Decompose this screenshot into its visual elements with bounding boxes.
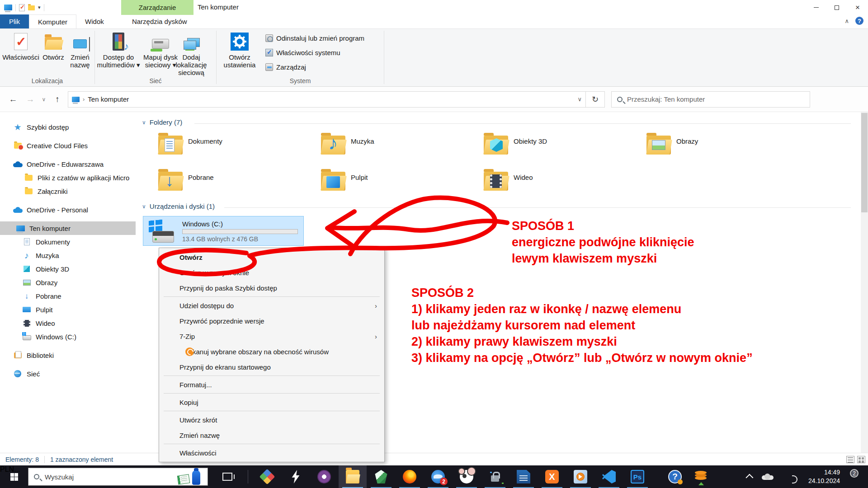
taskbar-search[interactable] bbox=[28, 468, 208, 486]
tab-view[interactable]: Widok bbox=[76, 14, 113, 28]
collapse-ribbon-icon[interactable]: ∧ bbox=[844, 18, 849, 24]
sidebar-item-windows-c[interactable]: Windows (C:) bbox=[0, 330, 136, 343]
icons-view-button[interactable] bbox=[857, 456, 865, 463]
maximize-button[interactable] bbox=[826, 0, 847, 15]
taskbar-app-vscode[interactable] bbox=[595, 465, 623, 488]
minimize-button[interactable] bbox=[806, 0, 826, 15]
folder-tile-downloads[interactable]: ↓ Pobrane bbox=[158, 172, 307, 191]
taskbar-app-gem[interactable] bbox=[367, 465, 395, 488]
drive-tile-windows-c[interactable]: Windows (C:) 13.4 GB wolnych z 476 GB bbox=[143, 216, 304, 246]
menu-item-format[interactable]: Formatuj... bbox=[159, 377, 384, 392]
new-folder-qat-icon[interactable] bbox=[28, 5, 35, 10]
folder-tile-videos[interactable]: Wideo bbox=[484, 172, 633, 191]
menu-item-7zip[interactable]: 7-Zip› bbox=[159, 328, 384, 344]
taskbar-app-firefox[interactable] bbox=[396, 465, 424, 488]
sidebar-item-libraries[interactable]: Biblioteki bbox=[0, 348, 136, 362]
taskbar-clock[interactable]: 14:49 24.10.2024 bbox=[797, 468, 840, 485]
sidebar-item-desktop[interactable]: Pulpit bbox=[0, 303, 136, 316]
refresh-button[interactable]: ↻ bbox=[586, 91, 605, 108]
taskbar-app-tor[interactable] bbox=[310, 465, 338, 488]
folder-tile-documents[interactable]: Dokumenty bbox=[158, 136, 307, 155]
menu-item-pin-quick-access[interactable]: Przypnij do paska Szybki dostęp bbox=[159, 280, 384, 296]
manage-button[interactable]: Zarządzaj bbox=[265, 61, 306, 72]
sidebar-item-quick-access[interactable]: ★Szybki dostęp bbox=[0, 120, 136, 134]
task-view-button[interactable] bbox=[213, 465, 241, 488]
folder-tile-music[interactable]: ♪ Muzyka bbox=[321, 136, 470, 155]
taskbar-app-libreoffice[interactable] bbox=[509, 465, 538, 488]
sidebar-item-pictures[interactable]: Obrazy bbox=[0, 276, 136, 289]
collapse-section-icon[interactable]: ∨ bbox=[142, 203, 146, 210]
uninstall-button[interactable]: Odinstaluj lub zmień program bbox=[265, 33, 364, 43]
tray-onedrive[interactable] bbox=[758, 465, 778, 488]
menu-item-give-access[interactable]: Udziel dostępu do› bbox=[159, 298, 384, 313]
taskbar-app-thunderbird[interactable]: 2 bbox=[424, 465, 452, 488]
tab-drive-tools[interactable]: Narzędzia dysków bbox=[123, 14, 196, 28]
sidebar-item-network[interactable]: Sieć bbox=[0, 367, 136, 380]
close-button[interactable]: × bbox=[847, 0, 868, 15]
sidebar-item-creative-cloud[interactable]: Creative Cloud Files bbox=[0, 139, 136, 152]
menu-item-properties[interactable]: Właściwości bbox=[159, 445, 384, 460]
properties-qat-icon[interactable] bbox=[19, 4, 25, 11]
menu-item-copy[interactable]: Kopiuj bbox=[159, 394, 384, 410]
taskbar-search-input[interactable] bbox=[45, 473, 171, 481]
help-icon[interactable]: ? bbox=[855, 17, 863, 25]
back-button[interactable]: ← bbox=[5, 91, 22, 108]
forward-button[interactable]: → bbox=[22, 91, 39, 108]
rename-button[interactable]: Zmień nazwę bbox=[67, 32, 93, 69]
address-dropdown-icon[interactable]: ∨ bbox=[577, 96, 582, 103]
start-button[interactable] bbox=[0, 465, 28, 488]
notification-center-button[interactable]: 2 bbox=[842, 465, 868, 488]
open-button[interactable]: Otwórz bbox=[40, 32, 67, 61]
taskbar-app-photoshop[interactable]: Ps bbox=[623, 465, 651, 488]
taskbar-app-mediaplayer[interactable] bbox=[566, 465, 594, 488]
menu-item-scan-virus[interactable]: Skanuj wybrane obszary na obecność wirus… bbox=[159, 344, 384, 359]
system-properties-button[interactable]: Właściwości systemu bbox=[265, 47, 340, 58]
folder-tile-pictures[interactable]: Obrazy bbox=[646, 136, 796, 155]
sidebar-item-3d-objects[interactable]: Obiekty 3D bbox=[0, 262, 136, 276]
search-box[interactable] bbox=[611, 91, 810, 108]
taskbar-app-explorer[interactable] bbox=[339, 465, 367, 488]
sidebar-item-attachments[interactable]: Załączniki bbox=[0, 184, 136, 198]
tray-currency-icon[interactable] bbox=[691, 465, 711, 488]
folder-tile-desktop[interactable]: Pulpit bbox=[321, 172, 470, 191]
tray-expand-button[interactable] bbox=[741, 465, 760, 488]
sidebar-item-onedrive-eduwarszawa[interactable]: OneDrive - Eduwarszawa bbox=[0, 157, 136, 171]
tab-computer[interactable]: Komputer bbox=[29, 14, 76, 28]
taskbar-app-lightning[interactable] bbox=[282, 465, 310, 488]
properties-button[interactable]: Właściwości bbox=[2, 32, 40, 61]
scrollbar[interactable] bbox=[861, 112, 868, 453]
scrollbar-thumb[interactable] bbox=[861, 113, 868, 212]
menu-item-open-new-window[interactable]: Otwórz w nowym oknie bbox=[159, 265, 384, 280]
menu-item-open[interactable]: Otwórz bbox=[159, 249, 384, 265]
search-input[interactable] bbox=[627, 95, 804, 103]
sidebar-item-music[interactable]: ♪Muzyka bbox=[0, 249, 136, 262]
tray-volume[interactable] bbox=[776, 465, 796, 488]
menu-item-restore-versions[interactable]: Przywróć poprzednie wersje bbox=[159, 313, 384, 328]
sidebar-item-videos[interactable]: Wideo bbox=[0, 316, 136, 330]
menu-item-create-shortcut[interactable]: Utwórz skrót bbox=[159, 412, 384, 427]
sidebar-item-downloads[interactable]: ↓Pobrane bbox=[0, 289, 136, 303]
taskbar-app-lock[interactable] bbox=[481, 465, 509, 488]
add-network-location-button[interactable]: Dodaj lokalizację sieciową bbox=[166, 32, 216, 76]
section-header-folders[interactable]: ∨ Foldery (7) bbox=[142, 118, 182, 126]
sidebar-item-onedrive-personal[interactable]: OneDrive - Personal bbox=[0, 203, 136, 216]
address-bar[interactable]: › Ten komputer ∨ bbox=[68, 91, 586, 108]
menu-item-pin-start[interactable]: Przypnij do ekranu startowego bbox=[159, 359, 384, 375]
customize-qat-dropdown-icon[interactable]: ▾ bbox=[38, 5, 41, 10]
folder-tile-3d-objects[interactable]: Obiekty 3D bbox=[484, 136, 633, 155]
taskbar-app-dia[interactable] bbox=[253, 465, 281, 488]
details-view-button[interactable] bbox=[846, 456, 854, 463]
media-access-button[interactable]: Dostęp do multimediów ▾ bbox=[97, 32, 140, 69]
menu-item-rename[interactable]: Zmień nazwę bbox=[159, 427, 384, 443]
section-header-devices[interactable]: ∨ Urządzenia i dyski (1) bbox=[142, 202, 215, 210]
search-highlight-image[interactable] bbox=[177, 468, 202, 486]
taskbar-app-mouse[interactable] bbox=[453, 465, 481, 488]
open-settings-button[interactable]: Otwórz ustawienia bbox=[222, 32, 257, 69]
breadcrumb[interactable]: Ten komputer bbox=[88, 95, 129, 103]
recent-locations-dropdown[interactable]: ∨ bbox=[39, 91, 49, 108]
sidebar-item-documents[interactable]: Dokumenty bbox=[0, 235, 136, 249]
taskbar-app-xampp[interactable]: X bbox=[538, 465, 566, 488]
up-button[interactable]: ↑ bbox=[49, 91, 66, 108]
sidebar-item-chat-files[interactable]: Pliki z czatów w aplikacji Micro bbox=[0, 171, 136, 184]
sidebar-item-this-pc[interactable]: Ten komputer bbox=[0, 221, 136, 235]
